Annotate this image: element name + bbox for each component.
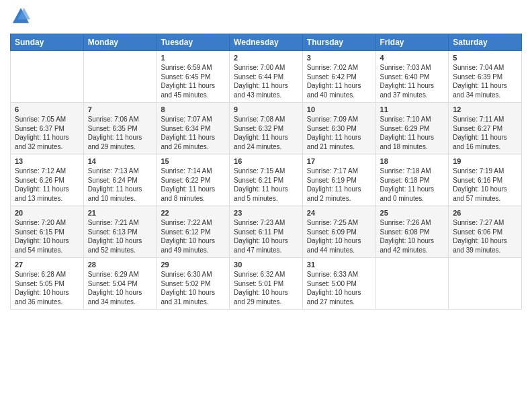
cell-content: Sunrise: 6:30 AMSunset: 5:02 PMDaylight:…	[161, 270, 225, 306]
header-cell-friday: Friday	[375, 34, 449, 51]
week-row-4: 27Sunrise: 6:28 AMSunset: 5:05 PMDayligh…	[11, 258, 522, 310]
day-number: 29	[161, 261, 225, 269]
day-number: 8	[161, 105, 225, 113]
day-number: 30	[234, 261, 298, 269]
day-number: 10	[307, 105, 371, 113]
day-number: 7	[88, 105, 152, 113]
cell-content: Sunrise: 7:15 AMSunset: 6:21 PMDaylight:…	[234, 167, 298, 203]
cell-content: Sunrise: 6:29 AMSunset: 5:04 PMDaylight:…	[88, 270, 152, 306]
day-number: 1	[161, 54, 225, 62]
cell-content: Sunrise: 7:07 AMSunset: 6:34 PMDaylight:…	[161, 115, 225, 151]
cell-2-3: 16Sunrise: 7:15 AMSunset: 6:21 PMDayligh…	[230, 154, 303, 206]
cell-content: Sunrise: 7:18 AMSunset: 6:18 PMDaylight:…	[380, 167, 445, 203]
cell-4-4: 31Sunrise: 6:33 AMSunset: 5:00 PMDayligh…	[302, 258, 375, 310]
day-number: 16	[234, 157, 298, 165]
calendar-table: SundayMondayTuesdayWednesdayThursdayFrid…	[10, 34, 522, 310]
cell-3-5: 25Sunrise: 7:26 AMSunset: 6:08 PMDayligh…	[375, 206, 449, 258]
day-number: 14	[88, 157, 152, 165]
day-number: 2	[234, 54, 298, 62]
cell-1-5: 11Sunrise: 7:10 AMSunset: 6:29 PMDayligh…	[375, 103, 449, 154]
cell-content: Sunrise: 7:00 AMSunset: 6:44 PMDaylight:…	[234, 63, 298, 99]
day-number: 20	[15, 209, 79, 217]
cell-2-6: 19Sunrise: 7:19 AMSunset: 6:16 PMDayligh…	[449, 154, 522, 206]
cell-1-2: 8Sunrise: 7:07 AMSunset: 6:34 PMDaylight…	[157, 103, 230, 154]
header-cell-tuesday: Tuesday	[157, 34, 230, 51]
cell-2-1: 14Sunrise: 7:13 AMSunset: 6:24 PMDayligh…	[83, 154, 157, 206]
cell-content: Sunrise: 7:12 AMSunset: 6:26 PMDaylight:…	[15, 167, 79, 203]
cell-0-5: 4Sunrise: 7:03 AMSunset: 6:40 PMDaylight…	[375, 51, 449, 103]
cell-content: Sunrise: 7:26 AMSunset: 6:08 PMDaylight:…	[380, 218, 445, 255]
cell-content: Sunrise: 7:09 AMSunset: 6:30 PMDaylight:…	[307, 115, 371, 151]
cell-content: Sunrise: 6:33 AMSunset: 5:00 PMDaylight:…	[307, 270, 371, 306]
cell-4-5	[375, 258, 449, 310]
day-number: 6	[15, 105, 79, 113]
header-cell-wednesday: Wednesday	[230, 34, 303, 51]
day-number: 12	[453, 105, 517, 113]
cell-1-1: 7Sunrise: 7:06 AMSunset: 6:35 PMDaylight…	[83, 103, 157, 154]
day-number: 17	[307, 157, 371, 165]
cell-4-1: 28Sunrise: 6:29 AMSunset: 5:04 PMDayligh…	[83, 258, 157, 310]
day-number: 9	[234, 105, 298, 113]
cell-4-2: 29Sunrise: 6:30 AMSunset: 5:02 PMDayligh…	[157, 258, 230, 310]
day-number: 24	[307, 209, 371, 217]
cell-4-3: 30Sunrise: 6:32 AMSunset: 5:01 PMDayligh…	[230, 258, 303, 310]
week-row-0: 1Sunrise: 6:59 AMSunset: 6:45 PMDaylight…	[11, 51, 522, 103]
cell-3-3: 23Sunrise: 7:23 AMSunset: 6:11 PMDayligh…	[230, 206, 303, 258]
day-number: 28	[88, 261, 152, 269]
cell-content: Sunrise: 7:06 AMSunset: 6:35 PMDaylight:…	[88, 115, 152, 151]
cell-1-3: 9Sunrise: 7:08 AMSunset: 6:32 PMDaylight…	[230, 103, 303, 154]
cell-2-0: 13Sunrise: 7:12 AMSunset: 6:26 PMDayligh…	[11, 154, 84, 206]
cell-3-1: 21Sunrise: 7:21 AMSunset: 6:13 PMDayligh…	[83, 206, 157, 258]
cell-content: Sunrise: 7:27 AMSunset: 6:06 PMDaylight:…	[453, 218, 517, 255]
cell-1-6: 12Sunrise: 7:11 AMSunset: 6:27 PMDayligh…	[449, 103, 522, 154]
cell-content: Sunrise: 7:25 AMSunset: 6:09 PMDaylight:…	[307, 218, 371, 255]
day-number: 21	[88, 209, 152, 217]
day-number: 15	[161, 157, 225, 165]
header	[10, 7, 522, 28]
week-row-2: 13Sunrise: 7:12 AMSunset: 6:26 PMDayligh…	[11, 154, 522, 206]
cell-3-2: 22Sunrise: 7:22 AMSunset: 6:12 PMDayligh…	[157, 206, 230, 258]
cell-0-4: 3Sunrise: 7:02 AMSunset: 6:42 PMDaylight…	[302, 51, 375, 103]
cell-1-4: 10Sunrise: 7:09 AMSunset: 6:30 PMDayligh…	[302, 103, 375, 154]
cell-content: Sunrise: 6:28 AMSunset: 5:05 PMDaylight:…	[15, 270, 79, 306]
day-number: 3	[307, 54, 371, 62]
header-cell-monday: Monday	[83, 34, 157, 51]
cell-content: Sunrise: 7:08 AMSunset: 6:32 PMDaylight:…	[234, 115, 298, 151]
cell-3-4: 24Sunrise: 7:25 AMSunset: 6:09 PMDayligh…	[302, 206, 375, 258]
cell-2-4: 17Sunrise: 7:17 AMSunset: 6:19 PMDayligh…	[302, 154, 375, 206]
cell-0-3: 2Sunrise: 7:00 AMSunset: 6:44 PMDaylight…	[230, 51, 303, 103]
cell-3-6: 26Sunrise: 7:27 AMSunset: 6:06 PMDayligh…	[449, 206, 522, 258]
day-number: 31	[307, 261, 371, 269]
logo	[10, 7, 30, 28]
cell-content: Sunrise: 7:02 AMSunset: 6:42 PMDaylight:…	[307, 63, 371, 99]
cell-4-6	[449, 258, 522, 310]
cell-content: Sunrise: 7:23 AMSunset: 6:11 PMDaylight:…	[234, 218, 298, 255]
cell-content: Sunrise: 7:05 AMSunset: 6:37 PMDaylight:…	[15, 115, 79, 151]
day-number: 26	[453, 209, 517, 217]
header-cell-thursday: Thursday	[302, 34, 375, 51]
cell-content: Sunrise: 7:20 AMSunset: 6:15 PMDaylight:…	[15, 218, 79, 255]
cell-content: Sunrise: 7:13 AMSunset: 6:24 PMDaylight:…	[88, 167, 152, 203]
day-number: 5	[453, 54, 517, 62]
cell-1-0: 6Sunrise: 7:05 AMSunset: 6:37 PMDaylight…	[11, 103, 84, 154]
cell-0-6: 5Sunrise: 7:04 AMSunset: 6:39 PMDaylight…	[449, 51, 522, 103]
cell-content: Sunrise: 7:10 AMSunset: 6:29 PMDaylight:…	[380, 115, 445, 151]
day-number: 18	[380, 157, 445, 165]
header-cell-saturday: Saturday	[449, 34, 522, 51]
cell-0-2: 1Sunrise: 6:59 AMSunset: 6:45 PMDaylight…	[157, 51, 230, 103]
logo-icon	[11, 7, 30, 26]
day-number: 25	[380, 209, 445, 217]
cell-content: Sunrise: 7:22 AMSunset: 6:12 PMDaylight:…	[161, 218, 225, 255]
cell-4-0: 27Sunrise: 6:28 AMSunset: 5:05 PMDayligh…	[11, 258, 84, 310]
cell-content: Sunrise: 7:04 AMSunset: 6:39 PMDaylight:…	[453, 63, 517, 99]
cell-2-5: 18Sunrise: 7:18 AMSunset: 6:18 PMDayligh…	[375, 154, 449, 206]
day-number: 11	[380, 105, 445, 113]
cell-2-2: 15Sunrise: 7:14 AMSunset: 6:22 PMDayligh…	[157, 154, 230, 206]
day-number: 4	[380, 54, 445, 62]
cell-content: Sunrise: 7:03 AMSunset: 6:40 PMDaylight:…	[380, 63, 445, 99]
cell-content: Sunrise: 7:14 AMSunset: 6:22 PMDaylight:…	[161, 167, 225, 203]
main-container: SundayMondayTuesdayWednesdayThursdayFrid…	[0, 0, 532, 316]
cell-content: Sunrise: 7:19 AMSunset: 6:16 PMDaylight:…	[453, 167, 517, 203]
cell-content: Sunrise: 6:32 AMSunset: 5:01 PMDaylight:…	[234, 270, 298, 306]
cell-content: Sunrise: 7:21 AMSunset: 6:13 PMDaylight:…	[88, 218, 152, 255]
